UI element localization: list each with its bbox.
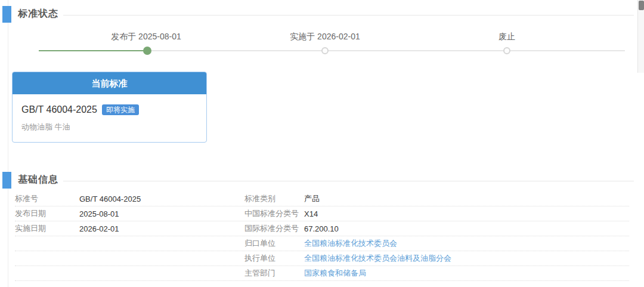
standard-detail-page: 标准状态 发布于 2025-08-01 实施于 2026-02-01 废止 当前… — [0, 0, 644, 287]
page-left-border — [8, 0, 8, 287]
field-label: 发布日期 — [15, 208, 79, 219]
status-badge: 即将实施 — [102, 104, 139, 115]
current-standard-card-header: 当前标准 — [13, 72, 206, 94]
table-row: 发布日期 2025-08-01 中国标准分类号 X14 — [15, 206, 629, 221]
status-section-title: 标准状态 — [18, 8, 58, 20]
field-value: GB/T 46004-2025 — [79, 195, 244, 203]
field-label: 国际标准分类号 — [244, 223, 304, 234]
table-row: 主管部门 国家粮食和储备局 — [15, 266, 629, 281]
timeline-dot-published — [143, 47, 151, 55]
executing-unit-link[interactable]: 全国粮油标准化技术委员会油料及油脂分会 — [304, 253, 629, 264]
field-value: 2026-02-01 — [79, 224, 244, 233]
current-standard-card-body: GB/T 46004-2025 即将实施 动物油脂 牛油 — [13, 94, 206, 132]
field-label: 主管部门 — [244, 268, 304, 279]
scrollbar-thumb[interactable] — [639, 1, 644, 10]
current-standard-card: 当前标准 GB/T 46004-2025 即将实施 动物油脂 牛油 — [12, 72, 207, 143]
timeline-label-implemented: 实施于 2026-02-01 — [259, 32, 391, 42]
centralized-unit-link[interactable]: 全国粮油标准化技术委员会 — [304, 238, 629, 249]
field-label: 归口单位 — [244, 238, 304, 249]
field-value: 产品 — [304, 193, 629, 204]
field-label: 标准号 — [15, 193, 79, 204]
section-divider-line — [63, 15, 634, 16]
field-value: X14 — [304, 209, 629, 218]
table-row: 执行单位 全国粮油标准化技术委员会油料及油脂分会 — [15, 251, 629, 266]
table-row: 标准号 GB/T 46004-2025 标准类别 产品 — [15, 192, 629, 206]
standard-number: GB/T 46004-2025 — [21, 104, 97, 115]
standard-name: 动物油脂 牛油 — [21, 122, 197, 132]
timeline-progress — [39, 50, 147, 51]
field-label: 标准类别 — [244, 193, 304, 204]
info-section-title: 基础信息 — [18, 174, 58, 186]
section-divider-line — [63, 181, 634, 181]
timeline-label-published: 发布于 2025-08-01 — [80, 32, 212, 42]
scrollbar-track[interactable] — [637, 0, 644, 73]
timeline-label-abolished: 废止 — [441, 32, 572, 42]
field-value: 67.200.10 — [304, 224, 629, 233]
table-row: 归口单位 全国粮油标准化技术委员会 — [15, 236, 629, 251]
basic-info-table: 标准号 GB/T 46004-2025 标准类别 产品 发布日期 2025-08… — [15, 192, 629, 281]
field-label: 实施日期 — [15, 223, 79, 234]
field-value: 2025-08-01 — [79, 209, 244, 218]
timeline-dot-abolished — [503, 47, 510, 54]
section-accent-bar — [2, 172, 11, 189]
table-row: 实施日期 2026-02-01 国际标准分类号 67.200.10 — [15, 221, 629, 236]
competent-department-link[interactable]: 国家粮食和储备局 — [304, 268, 629, 279]
timeline-dot-implemented — [321, 47, 329, 54]
section-accent-bar — [2, 6, 11, 23]
field-label: 执行单位 — [244, 253, 304, 264]
field-label: 中国标准分类号 — [244, 208, 304, 219]
